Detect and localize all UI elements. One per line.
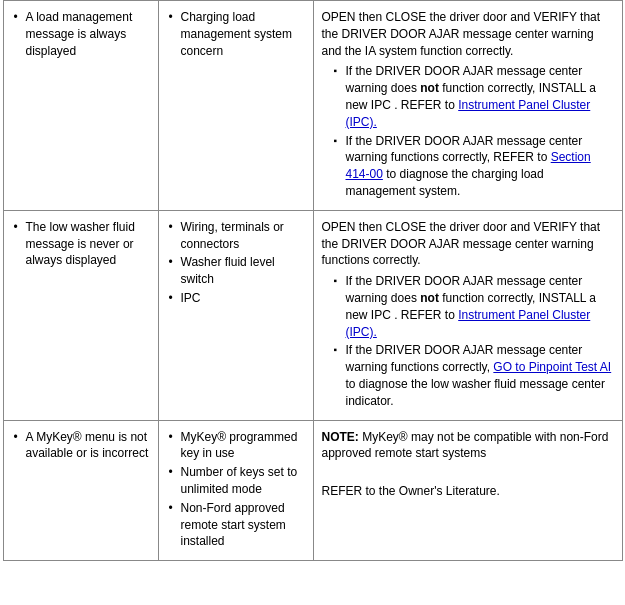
list-item: Charging load management system concern bbox=[167, 9, 305, 59]
list-item: If the DRIVER DOOR AJAR message center w… bbox=[332, 63, 614, 130]
note-text: NOTE: MyKey® may not be compatible with … bbox=[322, 429, 614, 463]
table-row: A MyKey® menu is not available or is inc… bbox=[4, 421, 622, 561]
cell-cause-1: Charging load management system concern bbox=[159, 1, 314, 210]
list-item: IPC bbox=[167, 290, 305, 307]
action-intro: OPEN then CLOSE the driver door and VERI… bbox=[322, 9, 614, 59]
list-item: MyKey® programmed key in use bbox=[167, 429, 305, 463]
table-row: The low washer fluid message is never or… bbox=[4, 211, 622, 421]
cell-action-2: OPEN then CLOSE the driver door and VERI… bbox=[314, 211, 622, 420]
list-item: A load management message is always disp… bbox=[12, 9, 150, 59]
cell-cause-2: Wiring, terminals or connectors Washer f… bbox=[159, 211, 314, 420]
refer-text: REFER to the Owner's Literature. bbox=[322, 483, 614, 500]
list-item: Washer fluid level switch bbox=[167, 254, 305, 288]
list-item: Non-Ford approved remote start system in… bbox=[167, 500, 305, 550]
ipc-link-1[interactable]: Instrument Panel Cluster (IPC). bbox=[346, 98, 591, 129]
list-item: The low washer fluid message is never or… bbox=[12, 219, 150, 269]
list-item: If the DRIVER DOOR AJAR message center w… bbox=[332, 273, 614, 340]
cell-condition-3: A MyKey® menu is not available or is inc… bbox=[4, 421, 159, 561]
table-row: A load management message is always disp… bbox=[4, 1, 622, 211]
section-link-1[interactable]: Section 414-00 bbox=[346, 150, 591, 181]
list-item: Wiring, terminals or connectors bbox=[167, 219, 305, 253]
pinpoint-link[interactable]: GO to Pinpoint Test AI bbox=[493, 360, 611, 374]
list-item: If the DRIVER DOOR AJAR message center w… bbox=[332, 342, 614, 409]
list-item: Number of keys set to unlimited mode bbox=[167, 464, 305, 498]
cell-condition-1: A load management message is always disp… bbox=[4, 1, 159, 210]
ipc-link-2[interactable]: Instrument Panel Cluster (IPC). bbox=[346, 308, 591, 339]
list-item: A MyKey® menu is not available or is inc… bbox=[12, 429, 150, 463]
cell-cause-3: MyKey® programmed key in use Number of k… bbox=[159, 421, 314, 561]
list-item: If the DRIVER DOOR AJAR message center w… bbox=[332, 133, 614, 200]
cell-condition-2: The low washer fluid message is never or… bbox=[4, 211, 159, 420]
action-intro: OPEN then CLOSE the driver door and VERI… bbox=[322, 219, 614, 269]
cell-action-3: NOTE: MyKey® may not be compatible with … bbox=[314, 421, 622, 561]
main-table: A load management message is always disp… bbox=[3, 0, 623, 561]
cell-action-1: OPEN then CLOSE the driver door and VERI… bbox=[314, 1, 622, 210]
